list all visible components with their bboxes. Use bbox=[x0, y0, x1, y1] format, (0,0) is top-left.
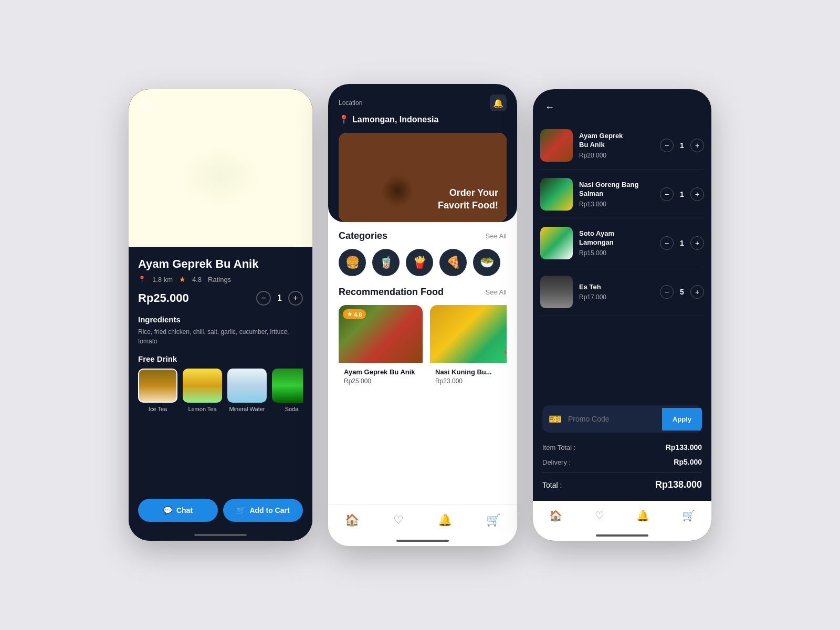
geprek-rating-value: 4.8 bbox=[354, 311, 362, 318]
es-teh-qty-decrease[interactable]: − bbox=[660, 285, 674, 299]
soto-qty-increase[interactable]: + bbox=[690, 236, 704, 250]
recommendation-see-all[interactable]: See All bbox=[486, 288, 507, 296]
nasi-goreng-qty-value: 1 bbox=[679, 190, 685, 198]
nasi-goreng-qty-increase[interactable]: + bbox=[690, 187, 704, 201]
geprek-name: Ayam Geprek Bu Anik bbox=[344, 368, 417, 376]
drink-mineral-water[interactable]: Mineral Water bbox=[227, 369, 267, 412]
hero-image: ← bbox=[129, 89, 312, 247]
soto-cart-info: Soto AyamLamongan Rp15.000 bbox=[579, 229, 654, 257]
cart-nav-favorite-icon[interactable]: ♡ bbox=[595, 509, 604, 522]
nasi-goreng-cart-img bbox=[540, 178, 573, 211]
nav-cart-icon[interactable]: 🛒 bbox=[486, 513, 500, 527]
category-drink[interactable]: 🧋 bbox=[372, 249, 400, 276]
es-teh-cart-name: Es Teh bbox=[579, 283, 654, 292]
promo-apply-button[interactable]: Apply bbox=[662, 408, 702, 430]
pin-icon: 📍 bbox=[339, 114, 349, 124]
back-button[interactable]: ← bbox=[137, 98, 154, 114]
category-pizza[interactable]: 🍕 bbox=[439, 249, 467, 276]
geprek-cart-name: Ayam GeprekBu Anik bbox=[579, 132, 654, 150]
drink-soda[interactable]: Soda bbox=[272, 369, 303, 412]
delivery-label: Delivery : bbox=[542, 458, 571, 466]
location-header: Location 🔔 bbox=[339, 94, 507, 111]
nav-home-icon[interactable]: 🏠 bbox=[345, 513, 359, 527]
drink-ice-tea[interactable]: Ice Tea bbox=[138, 369, 177, 412]
chat-button[interactable]: 💬 Chat bbox=[138, 499, 218, 522]
geprek-qty-value: 1 bbox=[679, 141, 685, 150]
star-icon: ★ bbox=[179, 275, 186, 284]
ingredients-title: Ingredients bbox=[138, 315, 303, 324]
geprek-cart-img bbox=[540, 129, 573, 162]
add-to-cart-label: Add to Cart bbox=[249, 506, 289, 514]
nasi-goreng-qty-ctrl: − 1 + bbox=[660, 187, 704, 201]
qty-decrease-btn[interactable]: − bbox=[256, 291, 271, 306]
es-teh-qty-ctrl: − 5 + bbox=[660, 285, 704, 299]
grand-total-label: Total : bbox=[542, 481, 562, 489]
geprek-info: Ayam Geprek Bu Anik Rp25.000 bbox=[339, 363, 423, 391]
apply-label: Apply bbox=[673, 415, 691, 423]
grand-total-row: Total : Rp138.000 bbox=[542, 476, 702, 494]
price-text: Rp25.000 bbox=[138, 291, 189, 305]
soto-qty-ctrl: − 1 + bbox=[660, 236, 704, 250]
category-salad[interactable]: 🥗 bbox=[473, 249, 500, 276]
cart-nav-cart-icon[interactable]: 🛒 bbox=[682, 509, 695, 522]
rating-value: 4.8 bbox=[192, 276, 202, 284]
cart-nav-home-icon[interactable]: 🏠 bbox=[549, 509, 562, 522]
promo-banner[interactable]: Order YourFavorit Food! bbox=[339, 133, 507, 222]
home-bar-3 bbox=[596, 534, 648, 537]
qty-number: 1 bbox=[277, 293, 282, 303]
food-photo bbox=[129, 89, 312, 247]
cart-item-soto: Soto AyamLamongan Rp15.000 − 1 + bbox=[540, 219, 704, 267]
soda-label: Soda bbox=[285, 406, 299, 412]
location-name: 📍 Lamongan, Indonesia bbox=[339, 114, 507, 124]
food-card-geprek[interactable]: ★ 4.8 Ayam Geprek Bu Anik Rp25.000 bbox=[339, 305, 423, 391]
ingredients-text: Rice, fried chicken, chili, salt, garlic… bbox=[138, 327, 303, 346]
delivery-value: Rp5.000 bbox=[674, 458, 702, 466]
categories-title: Categories bbox=[339, 230, 387, 242]
distance-text: 1.8 km bbox=[152, 276, 173, 284]
notification-button[interactable]: 🔔 bbox=[490, 94, 507, 111]
category-burger[interactable]: 🍔 bbox=[339, 249, 366, 276]
promo-voucher-icon: 🎫 bbox=[542, 405, 568, 433]
free-drink-title: Free Drink bbox=[138, 354, 303, 363]
location-label: Location bbox=[339, 99, 362, 107]
mineral-water-img bbox=[227, 369, 267, 403]
drink-lemon-tea[interactable]: Lemon Tea bbox=[183, 369, 222, 412]
soto-cart-img bbox=[540, 227, 573, 259]
categories-header: Categories See All bbox=[339, 230, 507, 242]
recommendation-header: Recommendation Food See All bbox=[339, 287, 507, 298]
home-indicator-2 bbox=[328, 536, 517, 546]
nav-favorite-icon[interactable]: ♡ bbox=[393, 513, 404, 527]
add-to-cart-button[interactable]: 🛒 Add to Cart bbox=[223, 499, 303, 522]
location-text: Lamongan, Indonesia bbox=[352, 115, 438, 124]
geprek-qty-increase[interactable]: + bbox=[690, 139, 704, 152]
food-cards-row: ★ 4.8 Ayam Geprek Bu Anik Rp25.000 ♥ Nas… bbox=[339, 305, 507, 391]
nav-notification-icon[interactable]: 🔔 bbox=[438, 513, 452, 527]
promo-section: 🎫 Apply bbox=[533, 398, 711, 440]
soto-qty-value: 1 bbox=[679, 239, 685, 247]
promo-code-input[interactable] bbox=[568, 415, 662, 423]
phone-cart: ← Ayam GeprekBu Anik Rp20.000 − 1 + N bbox=[533, 89, 711, 541]
grand-total-value: Rp138.000 bbox=[655, 479, 702, 490]
food-card-nasi-kuning[interactable]: ♥ Nasi Kuning Bu... Rp23.000 bbox=[430, 305, 507, 391]
qty-increase-btn[interactable]: + bbox=[288, 291, 303, 306]
soto-qty-decrease[interactable]: − bbox=[660, 236, 674, 250]
recommendation-title: Recommendation Food bbox=[339, 287, 444, 298]
es-teh-qty-increase[interactable]: + bbox=[690, 285, 704, 299]
nasi-goreng-cart-info: Nasi Goreng BangSalman Rp13.000 bbox=[579, 181, 654, 208]
categories-see-all[interactable]: See All bbox=[486, 232, 507, 240]
nasi-goreng-qty-decrease[interactable]: − bbox=[660, 187, 674, 201]
cart-bottom-nav: 🏠 ♡ 🔔 🛒 bbox=[533, 501, 711, 530]
nasi-kuning-price: Rp23.000 bbox=[435, 377, 507, 385]
category-fries[interactable]: 🍟 bbox=[406, 249, 433, 276]
cart-nav-notification-icon[interactable]: 🔔 bbox=[636, 509, 649, 522]
phone-detail: ← Ayam Geprek Bu Anik 📍 1.8 km ★ 4.8 Rat… bbox=[129, 89, 312, 541]
location-icon: 📍 bbox=[138, 276, 146, 283]
mineral-water-label: Mineral Water bbox=[229, 406, 265, 412]
cart-back-button[interactable]: ← bbox=[542, 100, 557, 114]
geprek-cart-price: Rp20.000 bbox=[579, 152, 654, 159]
favorite-heart-icon[interactable]: ♥ bbox=[504, 348, 507, 359]
geprek-image: ★ 4.8 bbox=[339, 305, 423, 363]
geprek-qty-decrease[interactable]: − bbox=[660, 139, 674, 152]
food-name: Ayam Geprek Bu Anik bbox=[138, 257, 303, 271]
chat-icon: 💬 bbox=[163, 506, 172, 514]
